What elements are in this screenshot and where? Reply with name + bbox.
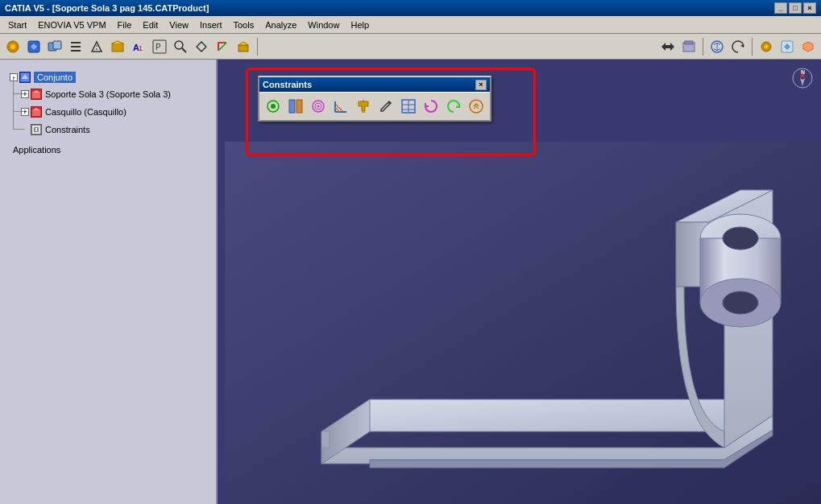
menu-view[interactable]: View [164,19,193,31]
constraints-dialog-title: Constraints [263,80,312,89]
toolbar-btn-11[interactable] [213,37,232,56]
toolbar: A 1 P [0,34,821,60]
constraint-btn-fix[interactable] [353,96,374,117]
tree-item-constraints[interactable]: Constraints [21,121,213,138]
tree-label-casquillo[interactable]: Casquillo (Casquillo) [45,107,126,117]
constraint-btn-contact[interactable] [285,96,306,117]
tree-expand-soporte[interactable]: + [21,90,29,98]
svg-point-32 [723,291,758,314]
compass-icon: N [790,66,815,90]
tree-hline-3 [13,129,24,130]
toolbar-btn-right-7[interactable] [798,37,818,56]
toolbar-btn-right-1[interactable] [658,37,678,56]
tree-root-label[interactable]: Conjunto [34,72,76,83]
svg-text:N: N [801,69,805,75]
main-area: - Conjunto + Soporte Sola 3 (Soporte [0,60,821,504]
toolbar-btn-1[interactable] [3,37,23,56]
constraints-close-button[interactable]: × [475,80,487,90]
tree-no-expand [21,126,29,134]
toolbar-btn-4[interactable] [66,37,85,56]
toolbar-btn-right-3[interactable] [707,37,727,56]
tree-vline-3 [13,112,14,130]
toolbar-btn-right-4[interactable] [728,37,748,56]
toolbar-btn-10[interactable] [192,37,211,56]
toolbar-btn-right-5[interactable] [757,37,776,56]
menu-start[interactable]: Start [3,19,31,31]
constraint-btn-reuse[interactable] [421,96,442,117]
svg-point-36 [271,104,276,109]
svg-text:1: 1 [139,44,143,52]
constraint-btn-edit[interactable] [375,96,396,117]
tree-container: - Conjunto + Soporte Sola 3 (Soporte [3,66,213,161]
minimize-button[interactable]: _ [774,2,787,14]
tree-icon-casquillo [31,106,42,118]
title-bar-buttons: _ □ × [774,2,816,14]
svg-rect-14 [685,41,693,44]
close-button[interactable]: × [803,2,816,14]
svg-line-11 [182,48,186,52]
toolbar-btn-5[interactable] [87,37,106,56]
svg-rect-4 [53,41,61,49]
tree-expand-casquillo[interactable]: + [21,108,29,116]
constraints-dialog-title-bar[interactable]: Constraints × [259,77,490,92]
svg-rect-19 [32,93,40,98]
tree-expand-root[interactable]: - [10,73,18,81]
svg-point-1 [10,44,15,49]
menu-bar: Start ENOVIA V5 VPM File Edit View Inser… [0,16,821,34]
constraint-btn-more[interactable] [466,96,487,117]
tree-icon-root [19,72,31,83]
constraint-btn-coincidence[interactable] [263,96,284,117]
tree-item-soporte[interactable]: + Soporte Sola 3 (Soporte Sola 3) [21,85,213,103]
svg-rect-42 [362,111,365,113]
constraint-btn-table[interactable] [398,96,419,117]
constraints-dialog: Constraints × [258,76,491,122]
toolbar-btn-12[interactable] [234,37,253,56]
toolbar-btn-8[interactable]: P [150,37,169,56]
menu-analyze[interactable]: Analyze [260,19,301,31]
constraint-btn-update[interactable] [443,96,464,117]
title-bar: CATIA V5 - [Soporte Sola 3 pag 145.CATPr… [0,0,821,16]
constraints-toolbar [259,92,490,120]
svg-rect-37 [289,100,295,113]
svg-rect-38 [296,100,302,113]
toolbar-btn-3[interactable] [45,37,64,56]
3d-part [225,142,821,504]
tree-root[interactable]: - Conjunto [10,69,213,85]
canvas-area[interactable]: Constraints × [218,60,821,504]
tree-hline-1 [13,93,24,94]
toolbar-btn-right-6[interactable] [777,37,797,56]
tree-item-casquillo[interactable]: + Casquillo (Casquillo) [21,103,213,121]
menu-window[interactable]: Window [303,19,344,31]
menu-edit[interactable]: Edit [138,19,163,31]
menu-file[interactable]: File [113,19,137,31]
svg-rect-12 [238,45,248,52]
menu-insert[interactable]: Insert [195,19,227,31]
tree-icon-soporte [31,89,42,100]
svg-rect-5 [112,43,123,52]
svg-point-10 [175,41,183,49]
constraint-btn-angle[interactable] [330,96,351,117]
menu-tools[interactable]: Tools [228,19,259,31]
tree-hline-2 [13,111,24,112]
tree-label-constraints[interactable]: Constraints [45,125,90,134]
toolbar-btn-7[interactable]: A 1 [129,37,148,56]
toolbar-btn-6[interactable] [108,37,127,56]
toolbar-btn-2[interactable] [24,37,44,56]
menu-help[interactable]: Help [346,19,374,31]
tree-icon-constraints [31,124,42,135]
app-title: CATIA V5 - [Soporte Sola 3 pag 145.CATPr… [5,3,209,13]
toolbar-separator-3 [752,38,753,56]
toolbar-separator-2 [703,38,703,56]
svg-marker-34 [321,432,330,448]
tree-applications-label: Applications [13,145,60,155]
menu-enovia[interactable]: ENOVIA V5 VPM [33,19,110,31]
svg-rect-20 [32,110,40,116]
toolbar-btn-9[interactable] [171,37,190,56]
svg-text:P: P [155,43,161,52]
maximize-button[interactable]: □ [789,2,802,14]
toolbar-btn-right-2[interactable] [679,37,699,56]
tree-label-soporte[interactable]: Soporte Sola 3 (Soporte Sola 3) [45,89,171,99]
tree-applications[interactable]: Applications [10,142,213,158]
toolbar-separator-1 [257,38,258,56]
constraint-btn-offset[interactable] [308,96,329,117]
